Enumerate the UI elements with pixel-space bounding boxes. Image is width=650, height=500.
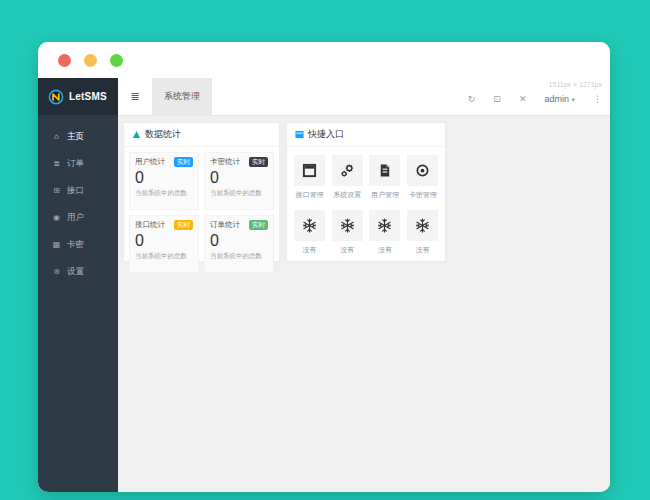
maximize-window-button[interactable] bbox=[110, 54, 123, 67]
snowflake-icon bbox=[332, 210, 363, 241]
dashboard-content: 数据统计 用户统计 实时 0 当前系统中的总数 bbox=[118, 116, 610, 492]
window-icon bbox=[295, 130, 304, 139]
stat-value: 0 bbox=[210, 168, 268, 188]
status-badge: 实时 bbox=[249, 157, 268, 167]
sidebar-item-api[interactable]: ⊞ 接口 bbox=[38, 177, 118, 204]
stat-subtitle: 当前系统中的总数 bbox=[210, 189, 268, 198]
quick-entry-empty[interactable]: 没有 bbox=[406, 210, 439, 255]
stat-card-cards[interactable]: 卡密统计 实时 0 当前系统中的总数 bbox=[204, 152, 274, 210]
sidebar-item-label: 设置 bbox=[67, 266, 84, 278]
sidebar-item-label: 卡密 bbox=[67, 239, 84, 251]
minimize-window-button[interactable] bbox=[84, 54, 97, 67]
sidebar: LetSMS ⌂ 主页 ≣ 订单 ⊞ 接口 ◉ 用户 bbox=[38, 78, 118, 492]
stat-card-orders[interactable]: 订单统计 实时 0 当前系统中的总数 bbox=[204, 215, 274, 273]
chart-icon bbox=[132, 130, 141, 139]
list-icon: ≣ bbox=[51, 159, 62, 168]
desktop: { "brand": { "name": "LetSMS" }, "header… bbox=[0, 0, 650, 500]
stat-title: 用户统计 bbox=[135, 157, 165, 167]
quick-entry-label: 没有 bbox=[378, 245, 392, 255]
clear-cache-icon[interactable]: ⊡ bbox=[493, 92, 501, 106]
app-frame: LetSMS ⌂ 主页 ≣ 订单 ⊞ 接口 ◉ 用户 bbox=[38, 78, 610, 492]
brand-logo[interactable]: LetSMS bbox=[38, 78, 118, 115]
quick-entry-api[interactable]: 接口管理 bbox=[293, 155, 326, 200]
stat-value: 0 bbox=[135, 168, 193, 188]
gears-icon bbox=[332, 155, 363, 186]
window-titlebar bbox=[38, 42, 610, 78]
stat-subtitle: 当前系统中的总数 bbox=[135, 252, 193, 261]
sidebar-collapse-button[interactable]: ≣ bbox=[118, 78, 152, 115]
user-name: admin bbox=[544, 94, 569, 104]
status-badge: 实时 bbox=[174, 220, 193, 230]
gear-icon: ⊛ bbox=[51, 267, 62, 276]
user-menu-dropdown[interactable]: admin ▾ bbox=[544, 94, 575, 104]
sidebar-item-home[interactable]: ⌂ 主页 bbox=[38, 123, 118, 150]
stats-grid: 用户统计 实时 0 当前系统中的总数 卡密统计 实时 0 bbox=[124, 147, 279, 278]
quick-entry-settings[interactable]: 系统设置 bbox=[331, 155, 364, 200]
snowflake-icon bbox=[407, 210, 438, 241]
stat-title: 卡密统计 bbox=[210, 157, 240, 167]
viewport-size-indicator: 1511px × 1271px bbox=[549, 80, 602, 90]
quick-entry-label: 没有 bbox=[416, 245, 430, 255]
stat-card-users[interactable]: 用户统计 实时 0 当前系统中的总数 bbox=[129, 152, 199, 210]
brand-name: LetSMS bbox=[69, 91, 107, 102]
sidebar-item-label: 主页 bbox=[67, 131, 84, 143]
home-icon: ⌂ bbox=[51, 132, 62, 141]
quick-entry-label: 没有 bbox=[340, 245, 354, 255]
quick-panel-title: 快捷入口 bbox=[308, 128, 344, 141]
stat-value: 0 bbox=[135, 231, 193, 251]
close-window-button[interactable] bbox=[58, 54, 71, 67]
chevron-down-icon: ▾ bbox=[571, 96, 575, 103]
stat-card-api[interactable]: 接口统计 实时 0 当前系统中的总数 bbox=[129, 215, 199, 273]
quick-entry-label: 用户管理 bbox=[371, 190, 399, 200]
status-badge: 实时 bbox=[249, 220, 268, 230]
sidebar-item-cards[interactable]: ▦ 卡密 bbox=[38, 231, 118, 258]
snowflake-icon bbox=[369, 210, 400, 241]
sidebar-item-users[interactable]: ◉ 用户 bbox=[38, 204, 118, 231]
document-icon bbox=[369, 155, 400, 186]
quick-entry-label: 接口管理 bbox=[295, 190, 323, 200]
sidebar-nav: ⌂ 主页 ≣ 订单 ⊞ 接口 ◉ 用户 ▦ 卡密 bbox=[38, 115, 118, 285]
tab-label: 系统管理 bbox=[164, 90, 200, 103]
stat-subtitle: 当前系统中的总数 bbox=[135, 189, 193, 198]
quick-entry-empty[interactable]: 没有 bbox=[331, 210, 364, 255]
stats-panel: 数据统计 用户统计 实时 0 当前系统中的总数 bbox=[123, 122, 280, 262]
quick-entry-panel: 快捷入口 接口管理 bbox=[286, 122, 446, 262]
sidebar-item-settings[interactable]: ⊛ 设置 bbox=[38, 258, 118, 285]
users-icon: ◉ bbox=[51, 213, 62, 222]
quick-entry-empty[interactable]: 没有 bbox=[369, 210, 402, 255]
more-menu-icon[interactable]: ⋮ bbox=[593, 92, 602, 106]
header-icon-row: ↻ ⊡ ✕ admin ▾ ⋮ bbox=[450, 92, 602, 106]
plug-icon: ⊞ bbox=[51, 186, 62, 195]
quick-entry-cards[interactable]: 卡密管理 bbox=[406, 155, 439, 200]
snowflake-icon bbox=[294, 210, 325, 241]
quick-entry-label: 没有 bbox=[302, 245, 316, 255]
header-right-controls: 1511px × 1271px ↻ ⊡ ✕ admin ▾ ⋮ bbox=[450, 80, 602, 106]
stat-subtitle: 当前系统中的总数 bbox=[210, 252, 268, 261]
status-badge: 实时 bbox=[174, 157, 193, 167]
stat-title: 接口统计 bbox=[135, 220, 165, 230]
stats-panel-header: 数据统计 bbox=[124, 123, 279, 147]
target-icon bbox=[407, 155, 438, 186]
sidebar-item-label: 订单 bbox=[67, 158, 84, 170]
quick-entry-empty[interactable]: 没有 bbox=[293, 210, 326, 255]
tab-system-management[interactable]: 系统管理 bbox=[152, 78, 212, 115]
main-area: ≣ 系统管理 1511px × 1271px ↻ ⊡ ✕ admin ▾ ⋮ bbox=[118, 78, 610, 492]
quick-entry-label: 系统设置 bbox=[333, 190, 361, 200]
refresh-icon[interactable]: ↻ bbox=[468, 92, 476, 106]
header-bar: ≣ 系统管理 1511px × 1271px ↻ ⊡ ✕ admin ▾ ⋮ bbox=[118, 78, 610, 116]
hamburger-icon: ≣ bbox=[130, 90, 139, 103]
card-icon: ▦ bbox=[51, 240, 62, 249]
quick-entry-label: 卡密管理 bbox=[409, 190, 437, 200]
sidebar-item-orders[interactable]: ≣ 订单 bbox=[38, 150, 118, 177]
stat-title: 订单统计 bbox=[210, 220, 240, 230]
app-window-icon bbox=[294, 155, 325, 186]
quick-grid: 接口管理 bbox=[287, 147, 445, 263]
sidebar-item-label: 接口 bbox=[67, 185, 84, 197]
quick-panel-header: 快捷入口 bbox=[287, 123, 445, 147]
stats-panel-title: 数据统计 bbox=[145, 128, 181, 141]
fullscreen-icon[interactable]: ✕ bbox=[519, 92, 527, 106]
letsms-logo-icon bbox=[48, 89, 64, 105]
quick-entry-users[interactable]: 用户管理 bbox=[369, 155, 402, 200]
stat-value: 0 bbox=[210, 231, 268, 251]
browser-window: LetSMS ⌂ 主页 ≣ 订单 ⊞ 接口 ◉ 用户 bbox=[38, 42, 610, 492]
